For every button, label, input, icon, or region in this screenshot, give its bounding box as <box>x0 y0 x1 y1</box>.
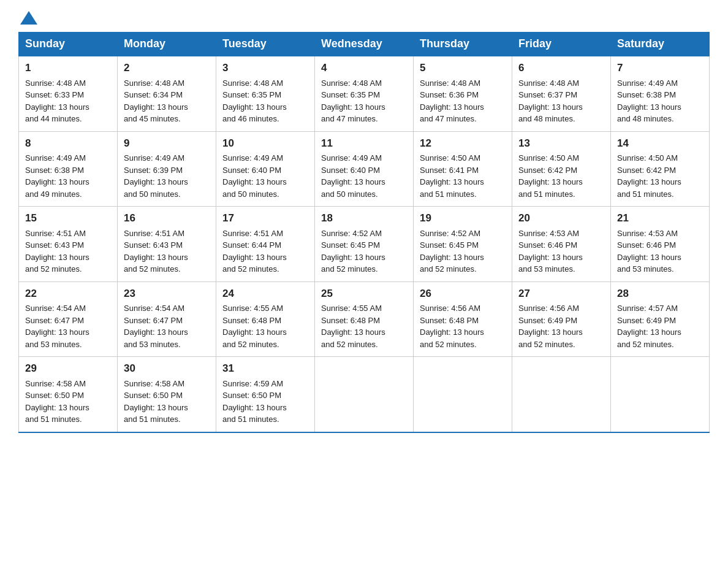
day-number: 13 <box>518 136 604 151</box>
day-info: Sunrise: 4:55 AMSunset: 6:48 PMDaylight:… <box>222 304 287 349</box>
day-number: 2 <box>124 60 210 76</box>
day-info: Sunrise: 4:52 AMSunset: 6:45 PMDaylight:… <box>420 229 484 274</box>
day-info: Sunrise: 4:49 AMSunset: 6:40 PMDaylight:… <box>222 153 287 199</box>
week-row-5: 29 Sunrise: 4:58 AMSunset: 6:50 PMDaylig… <box>19 357 710 432</box>
day-number: 22 <box>25 286 111 302</box>
day-number: 11 <box>321 136 407 151</box>
calendar-cell: 28 Sunrise: 4:57 AMSunset: 6:49 PMDaylig… <box>611 282 710 357</box>
day-number: 21 <box>617 210 703 226</box>
day-number: 6 <box>518 60 604 76</box>
day-info: Sunrise: 4:50 AMSunset: 6:42 PMDaylight:… <box>617 153 681 199</box>
calendar-cell: 16 Sunrise: 4:51 AMSunset: 6:43 PMDaylig… <box>118 207 216 282</box>
calendar-cell: 15 Sunrise: 4:51 AMSunset: 6:43 PMDaylig… <box>19 207 118 282</box>
day-info: Sunrise: 4:50 AMSunset: 6:42 PMDaylight:… <box>518 153 583 199</box>
calendar-table: SundayMondayTuesdayWednesdayThursdayFrid… <box>18 32 710 433</box>
day-number: 29 <box>25 361 111 377</box>
day-number: 31 <box>222 361 308 377</box>
day-number: 30 <box>124 361 210 377</box>
weekday-header-friday: Friday <box>512 33 611 56</box>
day-info: Sunrise: 4:54 AMSunset: 6:47 PMDaylight:… <box>124 304 188 349</box>
calendar-cell: 23 Sunrise: 4:54 AMSunset: 6:47 PMDaylig… <box>118 282 216 357</box>
week-row-3: 15 Sunrise: 4:51 AMSunset: 6:43 PMDaylig… <box>19 207 710 282</box>
calendar-cell <box>611 357 710 432</box>
calendar-cell: 11 Sunrise: 4:49 AMSunset: 6:40 PMDaylig… <box>315 131 414 207</box>
day-number: 25 <box>321 286 407 302</box>
calendar-cell: 8 Sunrise: 4:49 AMSunset: 6:38 PMDayligh… <box>19 131 118 207</box>
calendar-cell: 9 Sunrise: 4:49 AMSunset: 6:39 PMDayligh… <box>118 131 216 207</box>
calendar-cell: 13 Sunrise: 4:50 AMSunset: 6:42 PMDaylig… <box>512 131 611 207</box>
day-info: Sunrise: 4:48 AMSunset: 6:34 PMDaylight:… <box>124 79 188 124</box>
day-info: Sunrise: 4:48 AMSunset: 6:37 PMDaylight:… <box>518 79 583 124</box>
day-number: 5 <box>420 60 506 76</box>
day-info: Sunrise: 4:51 AMSunset: 6:44 PMDaylight:… <box>222 229 287 274</box>
calendar-cell: 25 Sunrise: 4:55 AMSunset: 6:48 PMDaylig… <box>315 282 414 357</box>
weekday-header-tuesday: Tuesday <box>216 33 315 56</box>
day-number: 15 <box>25 210 111 226</box>
calendar-cell: 18 Sunrise: 4:52 AMSunset: 6:45 PMDaylig… <box>315 207 414 282</box>
calendar-cell <box>512 357 611 432</box>
day-number: 16 <box>124 210 210 226</box>
day-number: 17 <box>222 210 308 226</box>
day-info: Sunrise: 4:58 AMSunset: 6:50 PMDaylight:… <box>124 379 188 424</box>
day-number: 28 <box>617 286 703 302</box>
calendar-cell: 7 Sunrise: 4:49 AMSunset: 6:38 PMDayligh… <box>611 56 710 131</box>
day-info: Sunrise: 4:58 AMSunset: 6:50 PMDaylight:… <box>25 379 89 424</box>
day-info: Sunrise: 4:57 AMSunset: 6:49 PMDaylight:… <box>617 304 681 349</box>
day-info: Sunrise: 4:49 AMSunset: 6:38 PMDaylight:… <box>25 153 89 199</box>
day-info: Sunrise: 4:53 AMSunset: 6:46 PMDaylight:… <box>518 229 583 274</box>
day-number: 7 <box>617 60 703 76</box>
calendar-cell: 6 Sunrise: 4:48 AMSunset: 6:37 PMDayligh… <box>512 56 611 131</box>
day-number: 20 <box>518 210 604 226</box>
day-info: Sunrise: 4:54 AMSunset: 6:47 PMDaylight:… <box>25 304 89 349</box>
day-info: Sunrise: 4:50 AMSunset: 6:41 PMDaylight:… <box>420 153 484 199</box>
day-info: Sunrise: 4:48 AMSunset: 6:35 PMDaylight:… <box>321 79 385 124</box>
day-info: Sunrise: 4:52 AMSunset: 6:45 PMDaylight:… <box>321 229 385 274</box>
page-header <box>18 12 710 26</box>
calendar-cell: 29 Sunrise: 4:58 AMSunset: 6:50 PMDaylig… <box>19 357 118 432</box>
days-of-week-row: SundayMondayTuesdayWednesdayThursdayFrid… <box>19 33 710 56</box>
day-number: 1 <box>25 60 111 76</box>
calendar-cell <box>315 357 414 432</box>
day-info: Sunrise: 4:51 AMSunset: 6:43 PMDaylight:… <box>124 229 188 274</box>
logo-triangle-icon <box>20 11 37 25</box>
week-row-1: 1 Sunrise: 4:48 AMSunset: 6:33 PMDayligh… <box>19 56 710 131</box>
day-info: Sunrise: 4:55 AMSunset: 6:48 PMDaylight:… <box>321 304 385 349</box>
day-number: 12 <box>420 136 506 151</box>
calendar-cell: 1 Sunrise: 4:48 AMSunset: 6:33 PMDayligh… <box>19 56 118 131</box>
day-info: Sunrise: 4:53 AMSunset: 6:46 PMDaylight:… <box>617 229 681 274</box>
calendar-cell: 27 Sunrise: 4:56 AMSunset: 6:49 PMDaylig… <box>512 282 611 357</box>
day-number: 27 <box>518 286 604 302</box>
calendar-cell: 5 Sunrise: 4:48 AMSunset: 6:36 PMDayligh… <box>414 56 512 131</box>
calendar-cell <box>414 357 512 432</box>
day-number: 4 <box>321 60 407 76</box>
day-info: Sunrise: 4:48 AMSunset: 6:33 PMDaylight:… <box>25 79 89 124</box>
day-info: Sunrise: 4:48 AMSunset: 6:35 PMDaylight:… <box>222 79 287 124</box>
day-number: 3 <box>222 60 308 76</box>
calendar-cell: 10 Sunrise: 4:49 AMSunset: 6:40 PMDaylig… <box>216 131 315 207</box>
calendar-cell: 21 Sunrise: 4:53 AMSunset: 6:46 PMDaylig… <box>611 207 710 282</box>
calendar-cell: 31 Sunrise: 4:59 AMSunset: 6:50 PMDaylig… <box>216 357 315 432</box>
day-number: 24 <box>222 286 308 302</box>
day-number: 8 <box>25 136 111 151</box>
weekday-header-wednesday: Wednesday <box>315 33 414 56</box>
calendar-cell: 30 Sunrise: 4:58 AMSunset: 6:50 PMDaylig… <box>118 357 216 432</box>
weekday-header-thursday: Thursday <box>414 33 512 56</box>
week-row-4: 22 Sunrise: 4:54 AMSunset: 6:47 PMDaylig… <box>19 282 710 357</box>
calendar-cell: 2 Sunrise: 4:48 AMSunset: 6:34 PMDayligh… <box>118 56 216 131</box>
day-number: 26 <box>420 286 506 302</box>
calendar-cell: 4 Sunrise: 4:48 AMSunset: 6:35 PMDayligh… <box>315 56 414 131</box>
logo <box>18 12 39 26</box>
calendar-cell: 12 Sunrise: 4:50 AMSunset: 6:41 PMDaylig… <box>414 131 512 207</box>
day-number: 10 <box>222 136 308 151</box>
calendar-cell: 19 Sunrise: 4:52 AMSunset: 6:45 PMDaylig… <box>414 207 512 282</box>
day-info: Sunrise: 4:51 AMSunset: 6:43 PMDaylight:… <box>25 229 89 274</box>
weekday-header-sunday: Sunday <box>19 33 118 56</box>
calendar-cell: 26 Sunrise: 4:56 AMSunset: 6:48 PMDaylig… <box>414 282 512 357</box>
day-info: Sunrise: 4:49 AMSunset: 6:38 PMDaylight:… <box>617 79 681 124</box>
weekday-header-monday: Monday <box>118 33 216 56</box>
week-row-2: 8 Sunrise: 4:49 AMSunset: 6:38 PMDayligh… <box>19 131 710 207</box>
day-number: 9 <box>124 136 210 151</box>
day-info: Sunrise: 4:59 AMSunset: 6:50 PMDaylight:… <box>222 379 287 424</box>
day-number: 23 <box>124 286 210 302</box>
day-info: Sunrise: 4:49 AMSunset: 6:39 PMDaylight:… <box>124 153 188 199</box>
